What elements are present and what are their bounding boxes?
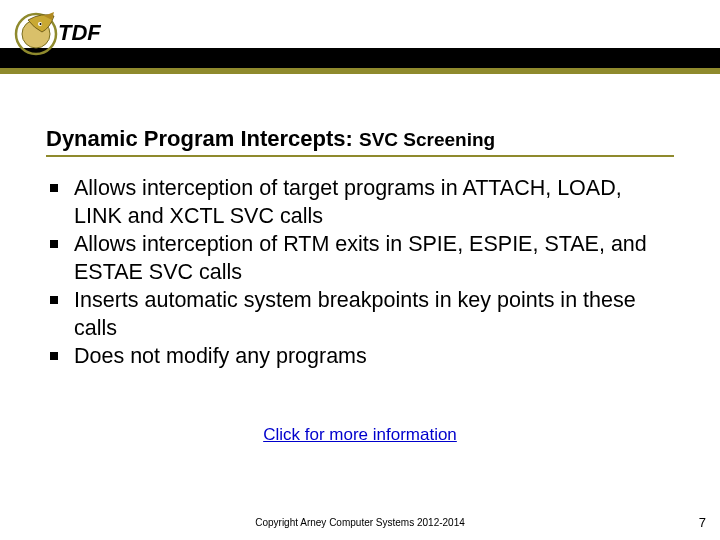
title-main: Dynamic Program Intercepts: xyxy=(46,126,359,151)
slide-title: Dynamic Program Intercepts: SVC Screenin… xyxy=(46,126,674,157)
slide-header: TDF xyxy=(0,0,720,72)
bullet-item: Allows interception of target programs i… xyxy=(50,175,674,230)
bullet-item: Inserts automatic system breakpoints in … xyxy=(50,287,674,342)
header-band-olive xyxy=(0,68,720,74)
slide-content: Dynamic Program Intercepts: SVC Screenin… xyxy=(0,72,720,445)
tdf-logo: TDF xyxy=(14,6,114,62)
copyright-text: Copyright Arney Computer Systems 2012-20… xyxy=(0,517,720,528)
page-number: 7 xyxy=(699,515,706,530)
svg-point-3 xyxy=(40,23,42,25)
link-row: Click for more information xyxy=(46,425,674,445)
bullet-item: Allows interception of RTM exits in SPIE… xyxy=(50,231,674,286)
more-info-link[interactable]: Click for more information xyxy=(263,425,457,444)
bullet-item: Does not modify any programs xyxy=(50,343,674,371)
bullet-list: Allows interception of target programs i… xyxy=(46,175,674,371)
title-sub: SVC Screening xyxy=(359,129,495,150)
svg-text:TDF: TDF xyxy=(58,20,101,45)
